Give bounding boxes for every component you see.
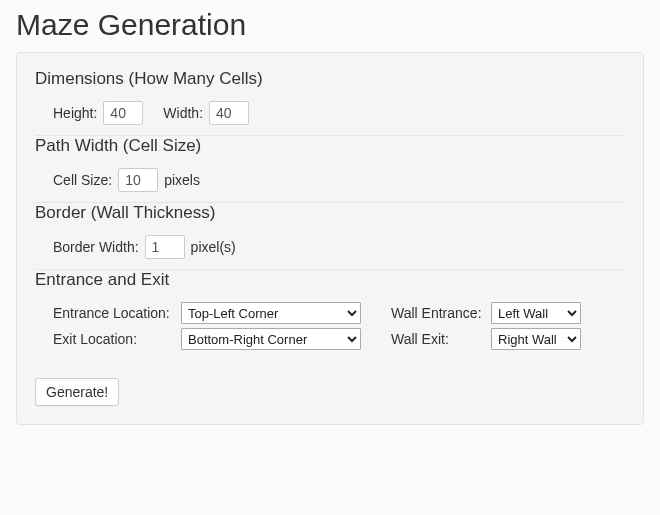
borderwidth-unit: pixel(s)	[191, 239, 236, 255]
cellsize-unit: pixels	[164, 172, 200, 188]
entrance-location-select[interactable]: Top-Left Corner	[181, 302, 361, 324]
width-label: Width:	[163, 105, 203, 121]
wall-exit-select[interactable]: Right Wall	[491, 328, 581, 350]
entrance-exit-left-col: Entrance Location: Top-Left Corner Exit …	[53, 302, 361, 354]
section-entrance-exit: Entrance and Exit Entrance Location: Top…	[35, 270, 625, 354]
exit-location-select[interactable]: Bottom-Right Corner	[181, 328, 361, 350]
page-title: Maze Generation	[16, 8, 644, 42]
wall-entrance-label: Wall Entrance:	[391, 305, 491, 321]
settings-panel: Dimensions (How Many Cells) Height: Widt…	[16, 52, 644, 425]
exit-location-label: Exit Location:	[53, 331, 181, 347]
section-border: Border (Wall Thickness) Border Width: pi…	[35, 203, 625, 259]
section-entrance-exit-heading: Entrance and Exit	[35, 270, 625, 290]
entrance-exit-right-col: Wall Entrance: Left Wall Wall Exit: Righ…	[391, 302, 581, 354]
cellsize-input[interactable]	[118, 168, 158, 192]
borderwidth-label: Border Width:	[53, 239, 139, 255]
section-dimensions: Dimensions (How Many Cells) Height: Widt…	[35, 69, 625, 125]
generate-button[interactable]: Generate!	[35, 378, 119, 406]
height-input[interactable]	[103, 101, 143, 125]
wall-exit-label: Wall Exit:	[391, 331, 491, 347]
cellsize-label: Cell Size:	[53, 172, 112, 188]
wall-entrance-select[interactable]: Left Wall	[491, 302, 581, 324]
section-dimensions-heading: Dimensions (How Many Cells)	[35, 69, 625, 89]
width-input[interactable]	[209, 101, 249, 125]
borderwidth-input[interactable]	[145, 235, 185, 259]
section-pathwidth: Path Width (Cell Size) Cell Size: pixels	[35, 136, 625, 192]
section-pathwidth-heading: Path Width (Cell Size)	[35, 136, 625, 156]
section-border-heading: Border (Wall Thickness)	[35, 203, 625, 223]
entrance-location-label: Entrance Location:	[53, 305, 181, 321]
height-label: Height:	[53, 105, 97, 121]
